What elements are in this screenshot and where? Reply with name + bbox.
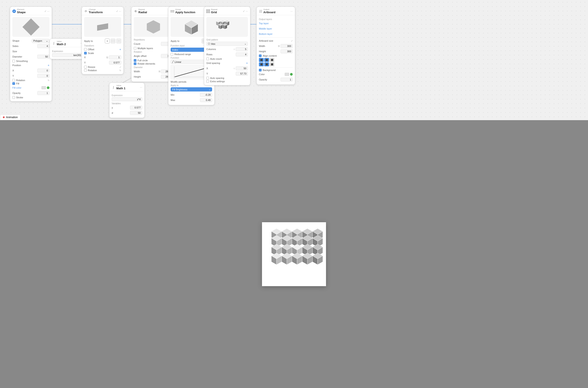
artboard-height-input[interactable] — [281, 49, 293, 53]
grid-x-input[interactable] — [236, 66, 248, 70]
rotation-checkbox-t[interactable] — [84, 69, 87, 72]
resize-icon: ⤢ — [119, 66, 121, 68]
resize-checkbox[interactable] — [84, 66, 87, 68]
align-right[interactable]: ⬛ — [269, 58, 274, 62]
rotation-icon: ↻ — [48, 79, 50, 82]
align-left[interactable]: ⬛ — [259, 58, 264, 62]
rows-input[interactable] — [236, 52, 248, 56]
align-content-checkbox[interactable]: ✓ — [259, 54, 262, 57]
bg-opacity-input[interactable] — [281, 78, 293, 82]
grid-actions[interactable]: ✓ ··· — [243, 10, 248, 13]
repetitions-label: Repetitions — [134, 39, 173, 41]
align-top[interactable]: ⬛ — [259, 62, 264, 66]
fill-checkbox[interactable]: ✓ — [12, 82, 15, 85]
diameter-input[interactable] — [37, 55, 50, 59]
full-circle-checkbox[interactable]: ✓ — [134, 59, 136, 62]
grid-preview-svg — [214, 18, 240, 36]
rotation-checkbox[interactable] — [12, 79, 15, 82]
math1-expr-input[interactable] — [112, 97, 142, 101]
bg-color-swatch[interactable] — [285, 73, 289, 76]
auto-count-row: Auto count — [206, 58, 248, 60]
grid-pattern-dropdown[interactable]: ⬡ Hex ⌄ — [206, 42, 248, 46]
align-content-label: Align content — [263, 54, 277, 57]
artboard-title: Artboard — [263, 11, 275, 14]
animation-tab[interactable]: Animation — [0, 114, 21, 120]
math2-expr-input[interactable] — [52, 53, 82, 57]
node-grid-header: Repeat Grid ✓ ··· — [204, 7, 250, 15]
apply-grid-icon[interactable]: ⋮⋮ — [110, 39, 115, 44]
smoothing-checkbox[interactable] — [12, 60, 15, 62]
min-input[interactable] — [200, 93, 212, 97]
align-center-h[interactable]: ⬛ — [264, 58, 269, 62]
auto-spacing-checkbox[interactable] — [206, 77, 209, 79]
background-checkbox[interactable]: ✓ — [259, 69, 262, 72]
position-row: Position + — [12, 63, 50, 68]
fill-color-label[interactable]: Fill color — [12, 86, 21, 89]
extra-settings-row: Extra settings — [206, 80, 248, 83]
math2-title: Math 2 — [57, 43, 66, 46]
scale-y-input[interactable] — [109, 61, 121, 65]
reduced-range-checkbox[interactable] — [171, 53, 173, 56]
offset-checkbox[interactable] — [84, 48, 87, 51]
shape-type-dropdown[interactable]: Polygon ⌄ — [32, 39, 50, 43]
y-input[interactable] — [37, 74, 50, 78]
fill-color-swatch[interactable] — [42, 86, 46, 89]
bg-opacity-label: Opacity — [259, 78, 267, 81]
max-input[interactable] — [200, 98, 212, 102]
bg-color-label: Color — [259, 73, 265, 76]
rotate-elements-checkbox[interactable]: ✓ — [134, 62, 136, 65]
extra-settings-checkbox[interactable] — [206, 80, 209, 83]
top-layer-link[interactable]: Top layer — [259, 22, 269, 25]
sides-label: Sides — [12, 45, 19, 48]
grid-y-input[interactable] — [236, 72, 248, 76]
variables-label: Variables — [112, 102, 142, 105]
grid-spacing-add[interactable]: + — [246, 61, 248, 65]
transform-actions[interactable]: ✓ ··· — [116, 10, 121, 13]
auto-count-checkbox[interactable] — [206, 58, 209, 60]
shape-category: Element — [17, 8, 26, 11]
stroke-checkbox[interactable] — [12, 96, 15, 99]
apply-to2-dropdown[interactable]: Fill Brightness ⌄ — [171, 87, 212, 92]
artboard-width-input[interactable] — [281, 44, 293, 48]
columns-input[interactable] — [236, 47, 248, 51]
apply-fill-icon[interactable]: ● — [105, 39, 110, 44]
offset-add[interactable]: + — [119, 48, 121, 51]
multiple-layers-checkbox[interactable] — [134, 47, 136, 49]
artboard-body: Output layers Top layer Middle layer Bot… — [257, 15, 295, 84]
scale-checkbox[interactable]: ✓ — [84, 52, 87, 54]
grid-body: Grid pattern ⬡ Hex ⌄ Columns ◇ Rows — [204, 15, 250, 85]
rotation-section-label: Rotation — [134, 51, 173, 53]
sides-input[interactable] — [37, 44, 50, 48]
multiple-layers-row: Multiple layers — [134, 47, 173, 49]
canvas-area: ● Element Shape ✓ ··· Shape Polygon ⌄ Si… — [0, 0, 588, 120]
middle-layer-link[interactable]: Middle layer — [259, 27, 272, 30]
shape-actions[interactable]: ✓ ··· — [44, 10, 50, 13]
apply-all-icon[interactable]: ⋯ — [116, 39, 121, 44]
var-d-input[interactable] — [130, 111, 142, 115]
count-label: Count — [134, 43, 140, 45]
rotation-icon-t: ↻ — [119, 69, 121, 72]
math1-actions[interactable]: ··· — [140, 86, 142, 89]
x-label: X — [12, 69, 14, 72]
x-input[interactable] — [37, 69, 50, 73]
transform-section-label: Transform — [84, 45, 121, 47]
grid-title: Grid — [211, 11, 217, 14]
bottom-layer-link[interactable]: Bottom layer — [259, 33, 273, 35]
animation-label: Animation — [6, 116, 18, 119]
scale-x-row: X ⛓ — [84, 55, 121, 60]
diameter-section-label: Diameter — [134, 66, 173, 69]
node-math2: ∫ Value Math 2 ··· Expression — [50, 39, 85, 59]
node-transform-header: ⟳ Change Transform ✓ ··· — [82, 7, 123, 15]
middle-layer-row: Middle layer — [259, 26, 293, 31]
opacity-input[interactable] — [37, 91, 50, 95]
math1-expr-label: Expression — [112, 94, 142, 97]
align-bottom[interactable]: ⬛ — [269, 62, 274, 66]
artboard-actions[interactable]: ··· — [291, 10, 293, 13]
columns-controls: ◇ — [234, 47, 248, 51]
top-layer-row: Top layer — [259, 21, 293, 25]
align-middle-v[interactable]: ⬛ — [264, 62, 269, 66]
position-add[interactable]: + — [48, 64, 50, 67]
var-y-input[interactable] — [130, 106, 142, 110]
scale-x-input[interactable] — [109, 55, 121, 59]
grid-x-row: X ◇ — [206, 66, 248, 71]
